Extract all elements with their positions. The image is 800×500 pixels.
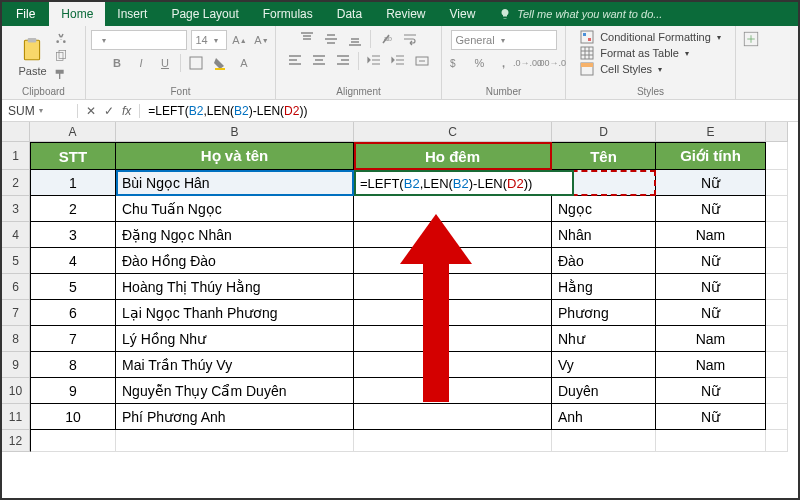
align-right-icon[interactable] (334, 52, 352, 70)
header-name[interactable]: Họ và tên (116, 142, 354, 170)
col-d[interactable]: D (552, 122, 656, 142)
increase-font-icon[interactable]: A▲ (231, 31, 249, 49)
active-cell-c2[interactable]: =LEFT(B2,LEN(B2)-LEN(D2)) (354, 170, 574, 196)
name-box[interactable]: SUM▾ (2, 104, 78, 118)
underline-icon[interactable]: U (156, 54, 174, 72)
tab-insert[interactable]: Insert (105, 2, 159, 26)
table-row[interactable] (30, 430, 788, 452)
align-middle-icon[interactable] (322, 30, 340, 48)
header-ten[interactable]: Tên (552, 142, 656, 170)
italic-icon[interactable]: I (132, 54, 150, 72)
row-6[interactable]: 6 (2, 274, 30, 300)
row-7[interactable]: 7 (2, 300, 30, 326)
font-color-icon[interactable]: A (235, 54, 253, 72)
formula-bar: SUM▾ ✕ ✓ fx =LEFT(B2,LEN(B2)-LEN(D2)) (2, 100, 798, 122)
paste-label: Paste (18, 65, 46, 77)
percent-icon[interactable]: % (471, 54, 489, 72)
header-gioitinh[interactable]: Giới tính (656, 142, 766, 170)
ref-b2-box (116, 170, 354, 196)
align-top-icon[interactable] (298, 30, 316, 48)
svg-rect-10 (583, 33, 586, 36)
tell-me[interactable]: Tell me what you want to do... (487, 2, 798, 26)
group-more[interactable] (736, 26, 766, 99)
tab-review[interactable]: Review (374, 2, 437, 26)
row-2[interactable]: 2 (2, 170, 30, 196)
orientation-icon[interactable]: ab (377, 30, 395, 48)
select-all-corner[interactable] (2, 122, 30, 142)
row-headers[interactable]: 1 2 3 4 5 6 7 8 9 10 11 12 (2, 142, 30, 452)
svg-rect-11 (588, 38, 591, 41)
col-b[interactable]: B (116, 122, 354, 142)
tab-view[interactable]: View (438, 2, 488, 26)
row-12[interactable]: 12 (2, 430, 30, 452)
styles-label: Styles (637, 84, 664, 97)
number-label: Number (486, 84, 522, 97)
decrease-font-icon[interactable]: A▼ (253, 31, 271, 49)
tab-formulas[interactable]: Formulas (251, 2, 325, 26)
col-e[interactable]: E (656, 122, 766, 142)
font-name-select[interactable]: ▾ (91, 30, 187, 50)
format-as-table[interactable]: Format as Table▾ (580, 46, 689, 60)
tab-data[interactable]: Data (325, 2, 374, 26)
cancel-icon[interactable]: ✕ (86, 104, 96, 118)
font-size-select[interactable]: 14▾ (191, 30, 227, 50)
cond-format-icon (580, 30, 594, 44)
tab-home[interactable]: Home (49, 2, 105, 26)
decrease-indent-icon[interactable] (365, 52, 383, 70)
row-10[interactable]: 10 (2, 378, 30, 404)
table-icon (580, 46, 594, 60)
increase-decimal-icon[interactable]: .0→.00 (519, 54, 537, 72)
format-painter-icon[interactable] (53, 67, 69, 83)
accounting-icon[interactable]: $ (447, 54, 465, 72)
group-alignment: ab Alignment (276, 26, 442, 99)
table-row[interactable]: 10Phí Phương AnhAnhNữ (30, 404, 788, 430)
tell-me-text: Tell me what you want to do... (517, 8, 662, 20)
border-icon[interactable] (187, 54, 205, 72)
paste-button[interactable]: Paste (18, 37, 46, 77)
cut-icon[interactable] (53, 31, 69, 47)
tab-pagelayout[interactable]: Page Layout (159, 2, 250, 26)
align-left-icon[interactable] (286, 52, 304, 70)
group-number: General▾ $ % , .0→.00 .00→.0 Number (442, 26, 566, 99)
insert-cells-icon (742, 30, 760, 48)
bold-icon[interactable]: B (108, 54, 126, 72)
col-f[interactable] (766, 122, 788, 142)
col-a[interactable]: A (30, 122, 116, 142)
align-center-icon[interactable] (310, 52, 328, 70)
column-headers[interactable]: A B C D E (30, 122, 788, 142)
number-format-select[interactable]: General▾ (451, 30, 557, 50)
col-c[interactable]: C (354, 122, 552, 142)
formula-input[interactable]: =LEFT(B2,LEN(B2)-LEN(D2)) (140, 104, 798, 118)
row-9[interactable]: 9 (2, 352, 30, 378)
ribbon: Paste Clipboard ▾ 14▾ A▲ A▼ B I U (2, 26, 798, 100)
alignment-label: Alignment (336, 84, 380, 97)
conditional-formatting[interactable]: Conditional Formatting▾ (580, 30, 721, 44)
svg-rect-4 (190, 57, 202, 69)
lightbulb-icon (499, 8, 511, 20)
fill-color-icon[interactable] (211, 54, 229, 72)
row-1[interactable]: 1 (2, 142, 30, 170)
row-4[interactable]: 4 (2, 222, 30, 248)
group-clipboard: Paste Clipboard (2, 26, 86, 99)
svg-rect-2 (56, 52, 63, 60)
wrap-text-icon[interactable] (401, 30, 419, 48)
copy-icon[interactable] (53, 49, 69, 65)
svg-rect-1 (28, 38, 37, 42)
row-8[interactable]: 8 (2, 326, 30, 352)
increase-indent-icon[interactable] (389, 52, 407, 70)
tab-file[interactable]: File (2, 2, 49, 26)
decrease-decimal-icon[interactable]: .00→.0 (543, 54, 561, 72)
merge-icon[interactable] (413, 52, 431, 70)
align-bottom-icon[interactable] (346, 30, 364, 48)
group-font: ▾ 14▾ A▲ A▼ B I U A Font (86, 26, 276, 99)
comma-icon[interactable]: , (495, 54, 513, 72)
svg-text:$: $ (450, 58, 456, 69)
row-3[interactable]: 3 (2, 196, 30, 222)
header-stt[interactable]: STT (30, 142, 116, 170)
enter-icon[interactable]: ✓ (104, 104, 114, 118)
row-5[interactable]: 5 (2, 248, 30, 274)
fx-icon[interactable]: fx (122, 104, 131, 118)
cell-styles[interactable]: Cell Styles▾ (580, 62, 662, 76)
col-c-highlight (354, 142, 552, 170)
row-11[interactable]: 11 (2, 404, 30, 430)
